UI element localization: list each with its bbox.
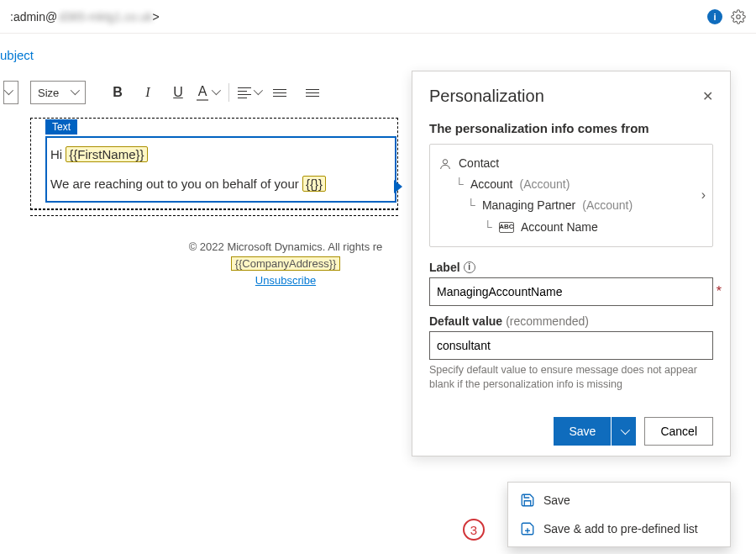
- align-button[interactable]: [236, 81, 263, 104]
- dotted-divider: [30, 215, 398, 216]
- subject-row[interactable]: ubject: [0, 34, 756, 76]
- default-value-hint: (recommended): [506, 314, 589, 328]
- tree-managing: Managing Partner: [482, 195, 575, 216]
- numbered-list-button[interactable]: [266, 81, 293, 104]
- company-address-token[interactable]: {{CompanyAddress}}: [231, 256, 341, 271]
- info-icon[interactable]: i: [707, 9, 722, 24]
- font-color-button[interactable]: A: [195, 81, 222, 104]
- block-type-tag: Text: [45, 119, 77, 135]
- unsubscribe-link[interactable]: Unsubscribe: [143, 274, 428, 287]
- tree-managing-type: (Account): [582, 195, 633, 216]
- tree-account: Account: [470, 174, 513, 195]
- save-icon: [520, 493, 535, 508]
- settings-icon[interactable]: [731, 9, 746, 24]
- italic-button[interactable]: I: [134, 81, 161, 104]
- default-value-label: Default value: [429, 314, 502, 328]
- body-text: We are reaching out to you on behalf of …: [50, 177, 302, 191]
- tree-account-type: (Account): [520, 174, 570, 195]
- save-split-toggle[interactable]: [611, 417, 636, 446]
- dropdown-save[interactable]: Save: [508, 486, 730, 514]
- field-icon: ABC: [499, 222, 514, 233]
- label-field-label: Label: [429, 261, 460, 274]
- chevron-down-icon: [212, 88, 220, 97]
- bullet-list-button[interactable]: [297, 81, 328, 104]
- font-size-select[interactable]: Size: [30, 81, 86, 104]
- firstname-token[interactable]: {{FirstName}}: [66, 146, 147, 162]
- close-icon[interactable]: ✕: [702, 88, 713, 104]
- font-family-select[interactable]: [3, 81, 18, 104]
- text-content-block[interactable]: Hi {{FirstName}} We are reaching out to …: [45, 136, 396, 203]
- copyright-text: © 2022 Microsoft Dynamics. All rights re: [143, 240, 428, 253]
- cancel-button[interactable]: Cancel: [644, 417, 713, 446]
- save-add-icon: [520, 521, 535, 536]
- from-email-suffix: >: [153, 10, 160, 24]
- chevron-down-icon: [4, 88, 11, 97]
- tree-accountname: Account Name: [521, 217, 598, 238]
- from-email-prefix: :admin@: [10, 10, 57, 24]
- tree-contact: Contact: [459, 153, 499, 174]
- info-source-tree[interactable]: Contact └ Account (Account) └ Managing P…: [429, 144, 713, 247]
- tree-line: └: [484, 217, 492, 238]
- panel-title: Personalization: [429, 87, 544, 106]
- default-value-input[interactable]: [429, 331, 713, 360]
- underline-button[interactable]: U: [165, 81, 192, 104]
- size-label: Size: [38, 87, 59, 99]
- dropdown-save-predefined[interactable]: Save & add to pre-defined list: [508, 514, 730, 543]
- chevron-down-icon: [71, 88, 78, 97]
- body-text: Hi: [50, 147, 66, 161]
- from-email-domain: d365-mktg1.co.uk: [57, 10, 152, 24]
- header-bar: :admin@ d365-mktg1.co.uk > i: [0, 0, 756, 34]
- help-text: Specify default value to ensure message …: [429, 363, 713, 392]
- tree-line: └: [467, 195, 475, 216]
- subject-placeholder: ubject: [0, 48, 34, 62]
- required-indicator: *: [717, 284, 722, 299]
- tree-line: └: [455, 174, 464, 195]
- dotted-divider: [30, 208, 398, 209]
- label-input[interactable]: [429, 277, 713, 306]
- save-button[interactable]: Save: [554, 417, 611, 446]
- separator: [228, 83, 229, 102]
- svg-point-0: [737, 14, 741, 18]
- chevron-down-icon: [254, 88, 262, 97]
- email-footer: © 2022 Microsoft Dynamics. All rights re…: [143, 240, 428, 287]
- chevron-down-icon: [621, 428, 627, 435]
- tutorial-callout-3: 3: [463, 519, 485, 541]
- panel-subtitle: The personalization info comes from: [429, 121, 713, 135]
- panel-actions: Save Cancel: [429, 400, 713, 456]
- save-dropdown-menu: Save Save & add to pre-defined list: [507, 482, 731, 547]
- personalization-panel: Personalization ✕ The personalization in…: [412, 71, 731, 456]
- dropdown-save-label: Save: [543, 493, 570, 507]
- info-icon[interactable]: i: [464, 261, 475, 273]
- bold-button[interactable]: B: [104, 81, 131, 104]
- svg-point-1: [443, 159, 447, 163]
- chevron-right-icon[interactable]: ›: [701, 187, 706, 203]
- contact-icon: [438, 157, 452, 171]
- empty-token[interactable]: {{}}: [302, 176, 326, 192]
- dropdown-save-predefined-label: Save & add to pre-defined list: [543, 522, 698, 536]
